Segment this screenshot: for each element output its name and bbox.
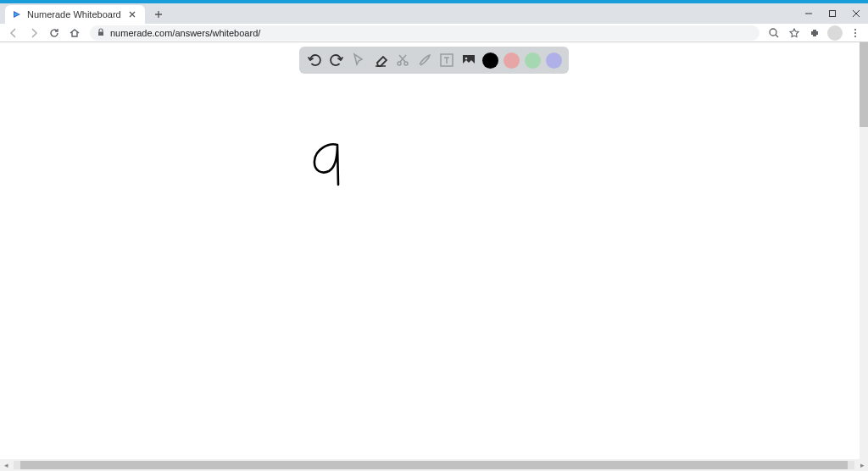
scroll-left-arrow[interactable]: ◂ <box>0 461 12 469</box>
color-pink[interactable] <box>504 53 520 69</box>
close-window-button[interactable] <box>844 3 868 24</box>
horizontal-scroll-track[interactable] <box>14 461 854 469</box>
scroll-right-arrow[interactable]: ▸ <box>856 461 868 469</box>
eraser-tool[interactable] <box>370 50 391 70</box>
cut-tool[interactable] <box>392 50 413 70</box>
reload-button[interactable] <box>46 25 63 42</box>
page-viewport <box>0 42 868 459</box>
horizontal-scrollbar[interactable]: ◂ ▸ <box>0 459 868 471</box>
close-tab-button[interactable] <box>126 8 138 20</box>
vertical-scrollbar[interactable] <box>860 42 868 459</box>
address-bar[interactable]: numerade.com/answers/whiteboard/ <box>90 25 760 41</box>
browser-toolbar: numerade.com/answers/whiteboard/ <box>0 24 868 42</box>
color-purple[interactable] <box>546 53 562 69</box>
color-green[interactable] <box>525 53 541 69</box>
svg-point-5 <box>854 28 856 30</box>
bookmark-icon[interactable] <box>787 25 802 41</box>
vertical-scroll-thumb[interactable] <box>860 42 868 127</box>
svg-point-9 <box>404 62 408 65</box>
forward-button[interactable] <box>25 25 42 42</box>
whiteboard-toolbar <box>299 47 569 74</box>
svg-point-7 <box>854 35 856 36</box>
svg-point-4 <box>770 29 776 36</box>
numerade-favicon <box>12 9 22 19</box>
text-tool[interactable] <box>437 50 457 70</box>
browser-tab-active[interactable]: Numerade Whiteboard <box>5 5 145 24</box>
lock-icon <box>97 27 105 39</box>
image-tool[interactable] <box>459 50 479 70</box>
window-controls <box>797 3 868 24</box>
zoom-icon[interactable] <box>766 25 782 41</box>
browser-tab-bar: Numerade Whiteboard <box>0 3 868 24</box>
maximize-button[interactable] <box>821 3 844 24</box>
svg-point-8 <box>398 62 401 65</box>
tab-title: Numerade Whiteboard <box>27 9 121 19</box>
pointer-tool[interactable] <box>348 50 369 70</box>
color-black[interactable] <box>482 53 498 69</box>
minimize-button[interactable] <box>797 3 821 24</box>
svg-rect-3 <box>98 31 103 36</box>
extensions-icon[interactable] <box>807 25 822 41</box>
whiteboard-canvas[interactable] <box>0 42 868 459</box>
profile-avatar[interactable] <box>827 25 843 41</box>
svg-point-6 <box>854 31 856 33</box>
url-text: numerade.com/answers/whiteboard/ <box>110 28 753 38</box>
horizontal-scroll-thumb[interactable] <box>20 461 848 469</box>
home-button[interactable] <box>66 25 83 42</box>
new-tab-button[interactable] <box>148 5 169 24</box>
back-button[interactable] <box>5 25 22 42</box>
menu-icon[interactable] <box>848 25 863 41</box>
undo-button[interactable] <box>304 50 325 70</box>
svg-point-12 <box>465 58 468 60</box>
brush-tool[interactable] <box>415 50 435 70</box>
handwritten-stroke-a <box>312 142 346 189</box>
redo-button[interactable] <box>326 50 347 70</box>
svg-rect-2 <box>830 11 836 17</box>
